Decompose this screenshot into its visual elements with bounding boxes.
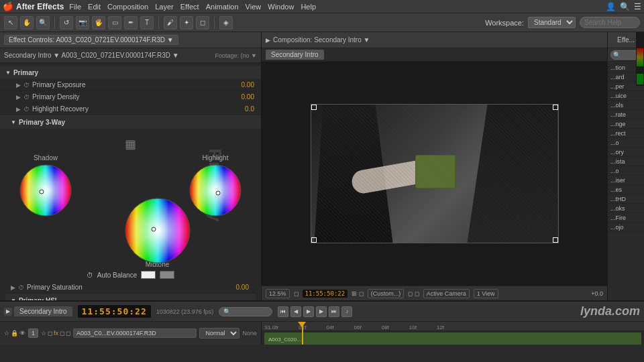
mask-tool-button[interactable]: ▭ bbox=[108, 16, 121, 29]
menu-layer[interactable]: Layer bbox=[155, 3, 174, 11]
primary-exposure-row[interactable]: ▶ ⏱ Primary Exposure 0.00 bbox=[0, 79, 261, 91]
effect-item-8[interactable]: ...rect bbox=[608, 129, 644, 138]
camera-tool-button[interactable]: 📷 bbox=[76, 16, 89, 29]
select-tool-button[interactable]: ↖ bbox=[4, 16, 17, 29]
svg-point-4 bbox=[40, 190, 44, 194]
shadow-wheel-container: Shadow bbox=[19, 154, 72, 217]
corner-handle-tl[interactable] bbox=[311, 105, 317, 110]
effect-item-11[interactable]: ...ista bbox=[608, 157, 644, 166]
level-meter-left bbox=[637, 48, 643, 66]
search-icon[interactable]: 🔍 bbox=[620, 2, 630, 11]
effect-item-6[interactable]: ...rate bbox=[608, 110, 644, 119]
timeline-track-left: ☆ 🔒 👁 1 ☆ ◻ fx ◻ ◻ A003_C0...EV.0000174F… bbox=[0, 322, 262, 345]
highlight-recovery-value[interactable]: 0.0 bbox=[245, 105, 254, 113]
corner-handle-tr[interactable] bbox=[553, 105, 558, 110]
blend-mode-dropdown[interactable]: Normal bbox=[199, 328, 239, 339]
menu-help[interactable]: Help bbox=[301, 3, 316, 11]
composition-header: ▶ Composition: Secondary Intro ▼ bbox=[262, 32, 607, 48]
corner-handle-bl[interactable] bbox=[311, 237, 317, 243]
menu-composition[interactable]: Composition bbox=[107, 3, 148, 11]
eraser-tool-button[interactable]: ◻ bbox=[196, 16, 209, 29]
puppet-tool-button[interactable]: ◈ bbox=[219, 16, 233, 29]
effect-item-10[interactable]: ...ory bbox=[608, 147, 644, 157]
workspace-select[interactable]: Standard bbox=[528, 17, 576, 28]
gray-balance-swatch[interactable] bbox=[160, 271, 174, 279]
effect-item-17[interactable]: ...Fire bbox=[608, 213, 644, 223]
timeline-track-bar[interactable]: A003_C020... bbox=[264, 333, 641, 345]
effect-item-15[interactable]: ...tHD bbox=[608, 194, 644, 204]
rotation-tool-button[interactable]: ↺ bbox=[60, 16, 73, 29]
effect-item-18[interactable]: ...ojo bbox=[608, 223, 644, 232]
prev-frame-button[interactable]: ◀ bbox=[290, 306, 301, 317]
shadow-label: Shadow bbox=[34, 154, 58, 162]
audio-button[interactable]: ♪ bbox=[341, 306, 352, 317]
effect-item-16[interactable]: ...oks bbox=[608, 204, 644, 213]
shadow-wheel[interactable] bbox=[19, 164, 72, 217]
auto-balance-label: Auto Balance bbox=[97, 272, 138, 279]
primary-exposure-value[interactable]: 0.00 bbox=[241, 81, 254, 88]
primary-density-label: Primary Density bbox=[32, 93, 241, 101]
transport-controls: ⏮ ◀ ▶ ▶ ⏭ ♪ bbox=[278, 306, 352, 317]
menu-effect[interactable]: Effect bbox=[180, 3, 199, 11]
timeline-tab[interactable]: Secondary Intro bbox=[14, 306, 72, 316]
pan-tool-button[interactable]: 🖐 bbox=[92, 16, 105, 29]
primary-saturation-value[interactable]: 0.00 bbox=[236, 284, 249, 291]
toolbar: ↖ ✋ 🔍 ↺ 📷 🖐 ▭ ✒ T 🖌 ✦ ◻ ◈ Workspace: Sta… bbox=[0, 13, 644, 32]
lynda-watermark: lynda.com bbox=[580, 304, 640, 318]
custom-view-label[interactable]: (Custom...) bbox=[368, 289, 405, 298]
primary-density-value[interactable]: 0.00 bbox=[241, 93, 254, 101]
next-frame-button[interactable]: ▶ bbox=[316, 306, 327, 317]
composition-view[interactable] bbox=[262, 62, 607, 286]
midtone-wheel[interactable] bbox=[124, 197, 191, 264]
clone-tool-button[interactable]: ✦ bbox=[180, 16, 193, 29]
notification-icon[interactable]: ☰ bbox=[634, 2, 641, 11]
primary-section-header[interactable]: ▼ Primary bbox=[0, 66, 261, 79]
workspace-area: Workspace: Standard bbox=[485, 17, 640, 28]
primary-saturation-row[interactable]: ▶ ⏱ Primary Saturation 0.00 bbox=[5, 282, 256, 294]
timeline-search-input[interactable] bbox=[219, 307, 272, 316]
timeline-header: ▶ Secondary Intro 11:55:50:22 1030822 (2… bbox=[0, 302, 644, 322]
menu-file[interactable]: File bbox=[69, 3, 81, 11]
text-tool-button[interactable]: T bbox=[140, 16, 154, 29]
corner-handle-br[interactable] bbox=[553, 237, 558, 243]
effect-item-9[interactable]: ...o bbox=[608, 138, 644, 147]
comp-tab[interactable]: Secondary Intro bbox=[266, 50, 324, 60]
primary-hsl-header[interactable]: ▼ Primary HSL bbox=[5, 294, 256, 300]
help-search-input[interactable] bbox=[580, 17, 640, 28]
zoom-tool-button[interactable]: 🔍 bbox=[36, 16, 50, 29]
primary-density-row[interactable]: ▶ ⏱ Primary Density 0.00 bbox=[0, 91, 261, 103]
apple-logo-icon[interactable]: 🍎 bbox=[3, 1, 13, 12]
effect-item-5[interactable]: ...ols bbox=[608, 101, 644, 110]
timeline-timecode[interactable]: 11:55:50:22 bbox=[78, 305, 151, 318]
go-to-start-button[interactable]: ⏮ bbox=[278, 306, 288, 317]
hand-tool-button[interactable]: ✋ bbox=[20, 16, 34, 29]
comp-timecode[interactable]: 11:55:50:22 bbox=[303, 290, 348, 298]
menu-edit[interactable]: Edit bbox=[88, 3, 101, 11]
track-icon-2: ◻ bbox=[48, 330, 52, 337]
effect-controls-header: Effect Controls: A003_C020_0721EV.000017… bbox=[0, 32, 261, 48]
go-to-end-button[interactable]: ⏭ bbox=[329, 306, 339, 317]
highlight-wheel[interactable] bbox=[189, 164, 242, 217]
primary-3way-section-header[interactable]: ▼ Primary 3-Way bbox=[0, 115, 261, 129]
menu-view[interactable]: View bbox=[246, 3, 262, 11]
comp-controls-icons: ⊞ ◻ bbox=[352, 290, 364, 297]
highlight-recovery-row[interactable]: ▶ ⏱ Highlight Recovery 0.0 bbox=[0, 103, 261, 115]
active-camera-label[interactable]: Active Camera bbox=[423, 289, 470, 298]
menu-items: File Edit Composition Layer Effect Anima… bbox=[69, 3, 316, 11]
view-label[interactable]: 1 View bbox=[474, 289, 498, 298]
zoom-level[interactable]: 12.5% bbox=[266, 289, 290, 298]
play-button[interactable]: ▶ bbox=[303, 306, 314, 317]
pen-tool-button[interactable]: ✒ bbox=[124, 16, 138, 29]
stopwatch-icon-5: ⏱ bbox=[18, 284, 24, 291]
effect-item-7[interactable]: ...nge bbox=[608, 119, 644, 129]
effect-item-12[interactable]: ...o bbox=[608, 166, 644, 176]
effect-item-4[interactable]: ...uice bbox=[608, 91, 644, 101]
menu-animation[interactable]: Animation bbox=[206, 3, 239, 11]
menu-window[interactable]: Window bbox=[268, 3, 294, 11]
brush-tool-button[interactable]: 🖌 bbox=[164, 16, 177, 29]
effect-item-13[interactable]: ...iser bbox=[608, 176, 644, 185]
effect-controls-tab[interactable]: Effect Controls: A003_C020_0721EV.000017… bbox=[4, 35, 178, 45]
effect-item-14[interactable]: ...es bbox=[608, 185, 644, 194]
white-balance-swatch[interactable] bbox=[141, 271, 156, 279]
track-bar-label: A003_C020... bbox=[268, 337, 301, 343]
